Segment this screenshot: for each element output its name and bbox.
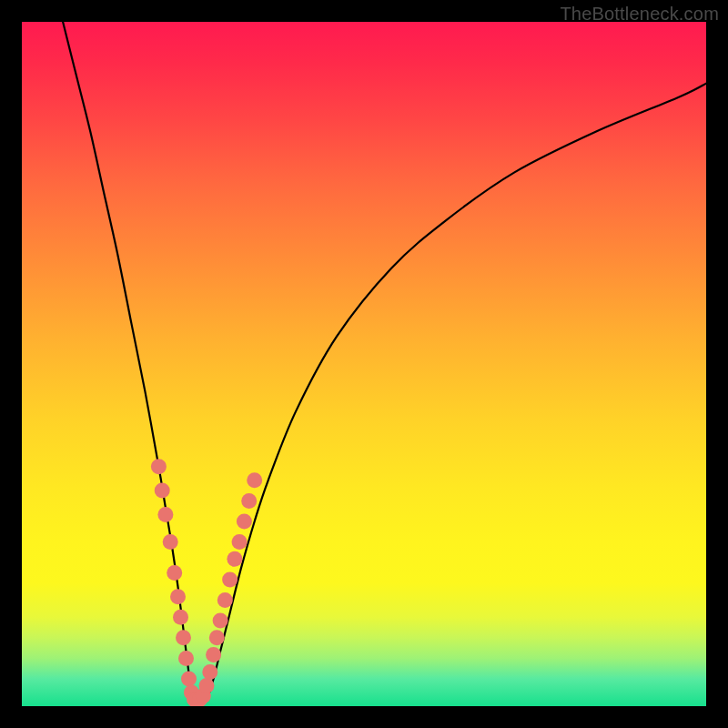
- curve-marker: [217, 592, 233, 608]
- curve-marker: [181, 671, 197, 686]
- curve-marker: [237, 514, 252, 530]
- curve-marker: [151, 459, 167, 474]
- curve-marker: [157, 507, 173, 522]
- curve-layer: [22, 22, 706, 706]
- chart-frame: TheBottleneck.com: [0, 0, 728, 728]
- curve-marker: [227, 551, 242, 567]
- curve-marker: [209, 630, 225, 645]
- curve-marker: [163, 534, 178, 550]
- curve-marker: [247, 472, 262, 488]
- curve-marker: [170, 589, 186, 604]
- curve-marker: [155, 483, 170, 499]
- curve-marker: [213, 613, 228, 629]
- bottleneck-curve: [63, 22, 706, 703]
- curve-marker: [222, 571, 238, 587]
- curve-marker: [173, 610, 188, 625]
- marker-group: [151, 459, 262, 706]
- curve-marker: [206, 647, 221, 662]
- curve-marker: [241, 493, 257, 509]
- plot-area: [22, 22, 706, 706]
- curve-marker: [199, 678, 215, 693]
- curve-marker: [232, 534, 248, 550]
- curve-marker: [167, 565, 182, 581]
- curve-marker: [176, 630, 191, 645]
- curve-marker: [202, 664, 217, 680]
- watermark-text: TheBottleneck.com: [560, 4, 719, 25]
- curve-marker: [178, 651, 194, 666]
